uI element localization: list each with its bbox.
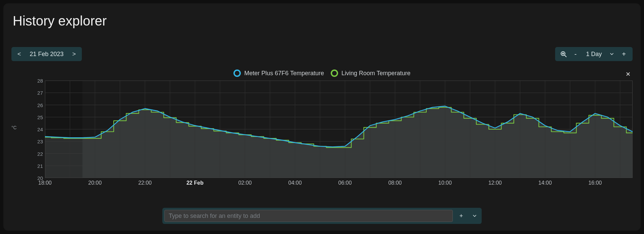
legend-label: Meter Plus 67F6 Temperature: [244, 70, 324, 77]
y-tick-label: 26: [33, 102, 43, 108]
chart-plot-area[interactable]: [45, 81, 633, 178]
date-label[interactable]: 21 Feb 2023: [29, 51, 65, 58]
entity-add-button[interactable]: +: [456, 210, 466, 222]
chart-legend: Meter Plus 67F6 TemperatureLiving Room T…: [11, 67, 633, 79]
x-tick-label: 14:00: [538, 180, 552, 186]
entity-search-row: +: [3, 208, 641, 224]
zoom-in-icon[interactable]: [560, 50, 567, 58]
legend-label: Living Room Temperature: [341, 70, 411, 77]
x-tick-label: 16:00: [588, 180, 602, 186]
page-title: History explorer: [13, 13, 107, 29]
y-tick-label: 28: [33, 78, 43, 84]
x-tick-label: 22:00: [138, 180, 152, 186]
x-tick-label: 12:00: [488, 180, 502, 186]
chart: Meter Plus 67F6 TemperatureLiving Room T…: [11, 67, 633, 188]
y-tick-label: 25: [33, 114, 43, 120]
legend-item[interactable]: Meter Plus 67F6 Temperature: [233, 69, 324, 77]
legend-swatch: [331, 69, 338, 77]
x-tick-label: 18:00: [38, 180, 52, 186]
range-decrease-button[interactable]: -: [573, 50, 579, 58]
date-nav: < 21 Feb 2023 >: [11, 47, 82, 61]
entity-expand-button[interactable]: [470, 210, 480, 222]
legend-swatch: [233, 69, 241, 77]
svg-line-1: [565, 55, 566, 57]
entity-search-input[interactable]: [164, 210, 453, 222]
entity-search-group: +: [162, 208, 482, 224]
history-explorer-card: History explorer < 21 Feb 2023 > - 1 Day…: [3, 3, 641, 231]
y-tick-label: 27: [33, 90, 43, 96]
x-tick-label: 04:00: [288, 180, 302, 186]
range-increase-button[interactable]: +: [620, 50, 628, 58]
y-axis-label: °C: [11, 125, 17, 130]
y-tick-label: 23: [33, 139, 43, 144]
x-tick-label: 08:00: [388, 180, 402, 186]
y-tick-label: 21: [33, 163, 43, 169]
x-tick-label: 02:00: [238, 180, 252, 186]
chevron-down-icon[interactable]: [609, 51, 614, 57]
x-tick-label: 10:00: [438, 180, 452, 186]
legend-item[interactable]: Living Room Temperature: [331, 69, 411, 77]
range-label[interactable]: 1 Day: [584, 51, 604, 58]
y-tick-label: 22: [33, 151, 43, 156]
x-tick-label: 06:00: [338, 180, 352, 186]
x-tick-label: 20:00: [88, 180, 102, 186]
range-nav: - 1 Day +: [555, 47, 633, 61]
date-next-button[interactable]: >: [71, 51, 77, 58]
date-prev-button[interactable]: <: [16, 51, 22, 58]
x-tick-label: 22 Feb: [186, 180, 204, 186]
y-tick-label: 24: [33, 127, 43, 132]
